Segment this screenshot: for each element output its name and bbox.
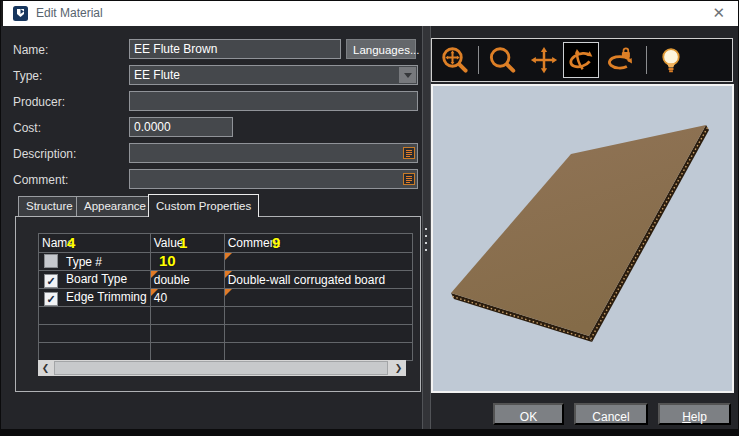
rotate-icon: [566, 45, 596, 75]
cost-label: Cost:: [13, 121, 41, 135]
close-icon[interactable]: ✕: [712, 4, 725, 22]
som-annotation-1: 1: [179, 234, 187, 251]
help-button[interactable]: Help: [658, 403, 731, 425]
cost-input[interactable]: 0.0000: [129, 117, 233, 137]
prop-comment-cell[interactable]: [224, 289, 412, 307]
som-annotation-4: 4: [67, 234, 75, 251]
scroll-left-icon[interactable]: ❮: [38, 360, 53, 376]
app-logo-icon: [13, 6, 28, 21]
panel-splitter[interactable]: [422, 26, 431, 431]
preview-toolbar: [431, 38, 733, 82]
preview-viewport[interactable]: [431, 84, 734, 393]
edit-marker-icon: [225, 253, 232, 260]
edit-marker-icon: [225, 289, 232, 296]
prop-comment-cell[interactable]: Double-wall corrugated board: [224, 271, 412, 289]
scroll-right-icon[interactable]: ❯: [391, 360, 406, 376]
producer-label: Producer:: [13, 95, 65, 109]
col-header-name[interactable]: Name: [39, 234, 151, 253]
row-checkbox[interactable]: ✓: [44, 292, 58, 306]
som-annotation-10: 10: [159, 252, 176, 269]
edit-marker-icon: [151, 289, 158, 296]
pan-icon: [529, 45, 559, 75]
horizontal-scrollbar[interactable]: ❮ ❯: [38, 360, 406, 376]
languages-button[interactable]: Languages...: [346, 39, 416, 59]
type-dropdown[interactable]: EE Flute: [129, 65, 418, 85]
scrollbar-thumb[interactable]: [54, 361, 388, 375]
title-bar: Edit Material ✕: [1, 1, 738, 26]
name-label: Name:: [13, 43, 48, 57]
table-row-empty[interactable]: [39, 343, 413, 361]
tab-structure[interactable]: Structure: [18, 196, 81, 216]
prop-name: Edge Trimming: [66, 290, 147, 304]
description-label: Description:: [13, 147, 76, 161]
tab-custom-properties[interactable]: Custom Properties: [148, 194, 259, 217]
name-input[interactable]: EE Flute Brown: [129, 39, 341, 59]
light-button[interactable]: [653, 42, 689, 78]
edit-material-dialog: Edit Material ✕ Name: EE Flute Brown Lan…: [0, 0, 739, 436]
table-row-empty[interactable]: [39, 325, 413, 343]
description-input[interactable]: [129, 143, 418, 163]
pan-button[interactable]: [526, 42, 562, 78]
edit-text-icon[interactable]: [403, 147, 415, 159]
prop-value: double: [154, 273, 190, 287]
window-border: [1, 429, 738, 435]
tab-appearance[interactable]: Appearance: [76, 196, 154, 216]
edit-marker-icon: [151, 271, 158, 278]
prop-comment-cell[interactable]: [224, 253, 412, 271]
comment-input[interactable]: [129, 169, 418, 189]
toolbar-separator: [646, 46, 647, 74]
zoom-icon: [487, 45, 517, 75]
rotate-lock-icon: [605, 45, 635, 75]
row-checkbox[interactable]: ✓: [44, 274, 58, 288]
cost-value: 0.0000: [134, 120, 171, 134]
prop-value-cell[interactable]: 40: [150, 289, 224, 307]
type-label: Type:: [13, 69, 42, 83]
prop-comment: Double-wall corrugated board: [228, 273, 385, 287]
table-row[interactable]: ✓Board Type double Double-wall corrugate…: [39, 271, 413, 289]
table-header-row: Name Value Comment: [39, 234, 413, 253]
prop-name: Board Type: [66, 272, 127, 286]
zoom-extents-button[interactable]: [437, 42, 473, 78]
toolbar-separator: [478, 46, 479, 74]
light-bulb-icon: [656, 45, 686, 75]
rotate-button[interactable]: [563, 42, 599, 78]
zoom-extents-icon: [440, 45, 470, 75]
prop-value-cell[interactable]: double: [150, 271, 224, 289]
table-row[interactable]: Type #: [39, 253, 413, 271]
edit-text-icon[interactable]: [403, 173, 415, 185]
type-value: EE Flute: [134, 68, 180, 82]
producer-input[interactable]: [129, 91, 418, 111]
board-3d-preview: [433, 86, 732, 391]
col-header-comment[interactable]: Comment: [224, 234, 412, 253]
chevron-down-icon[interactable]: [399, 67, 416, 83]
properties-table: Name Value Comment Type # ✓Board Type do…: [38, 233, 413, 361]
dialog-title: Edit Material: [36, 6, 103, 20]
rotate-constrained-button[interactable]: [602, 42, 638, 78]
custom-properties-panel: Name Value Comment Type # ✓Board Type do…: [15, 216, 421, 392]
row-checkbox[interactable]: [44, 254, 58, 268]
prop-name: Type #: [66, 255, 102, 269]
table-row-empty[interactable]: [39, 307, 413, 325]
table-row[interactable]: ✓Edge Trimming 40: [39, 289, 413, 307]
zoom-button[interactable]: [484, 42, 520, 78]
name-value: EE Flute Brown: [134, 42, 217, 56]
ok-button[interactable]: OK: [493, 403, 564, 425]
som-annotation-9: 9: [272, 234, 280, 251]
edit-marker-icon: [225, 271, 232, 278]
cancel-button[interactable]: Cancel: [574, 403, 648, 425]
comment-label: Comment:: [13, 173, 68, 187]
